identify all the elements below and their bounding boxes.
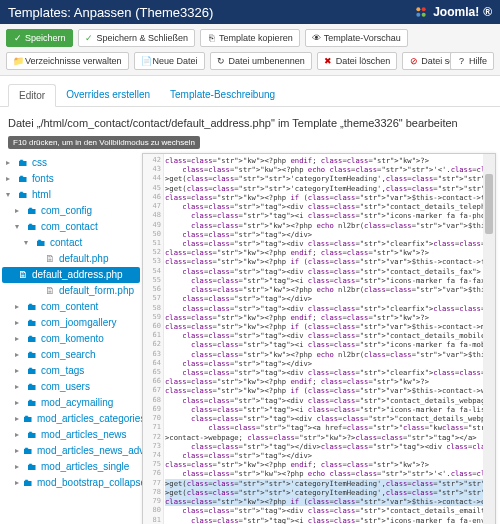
code-line[interactable]: class=class="str">"tag"><i class=class="… bbox=[165, 516, 495, 524]
code-line[interactable]: class=class="str">"kw"><?php if (class=c… bbox=[165, 322, 495, 331]
page-title: Templates: Anpassen (Theme3326) bbox=[8, 5, 213, 20]
code-line[interactable]: class=class="str">"kw"><?php endif; clas… bbox=[165, 377, 495, 386]
code-content[interactable]: class=class="str">"kw"><?php endif; clas… bbox=[161, 154, 495, 524]
code-line[interactable]: class=class="str">"tag"><div class=class… bbox=[165, 396, 495, 405]
code-line[interactable]: class=class="str">"tag"><div class=class… bbox=[165, 239, 495, 248]
code-line[interactable]: class=class="str">"tag"><div class=class… bbox=[165, 506, 495, 515]
code-line[interactable]: class=class="str">"tag"><i class=class="… bbox=[165, 211, 495, 220]
folder-mod-acymailing[interactable]: ▸ 🖿mod_acymailing bbox=[6, 395, 140, 411]
editing-file-label: Datei „/html/com_contact/contact/default… bbox=[0, 107, 500, 135]
delete-icon: ✖ bbox=[324, 56, 333, 66]
file-contact[interactable]: ▾ 🖿contact bbox=[6, 235, 140, 251]
code-editor[interactable]: 4243444546474849505152535455565758596061… bbox=[142, 153, 496, 524]
folder-com-users[interactable]: ▸ 🖿com_users bbox=[6, 379, 140, 395]
svg-point-3 bbox=[422, 13, 426, 17]
folder-com-config[interactable]: ▸ 🖿com_config bbox=[6, 203, 140, 219]
toolbar: ✓Speichern ✓Speichern & Schließen ⎘Templ… bbox=[0, 24, 500, 76]
check-icon: ✓ bbox=[85, 33, 94, 43]
joomla-brand: Joomla!® bbox=[413, 4, 492, 20]
code-line[interactable]: class=class="str">"tag"><div class=class… bbox=[165, 267, 495, 276]
code-line[interactable]: class=class="str">"tag"></div> bbox=[165, 294, 495, 303]
code-line[interactable]: class=class="str">"tag"><i class=class="… bbox=[165, 340, 495, 349]
file-icon: 📄 bbox=[141, 56, 150, 66]
svg-point-2 bbox=[416, 13, 420, 17]
folder-css[interactable]: ▸ 🖿css bbox=[6, 155, 140, 171]
save-close-button[interactable]: ✓Speichern & Schließen bbox=[78, 29, 196, 47]
code-line[interactable]: class=class="str">"kw"><?php endif; clas… bbox=[165, 156, 495, 165]
code-line[interactable]: class=class="str">"tag"><div class=class… bbox=[165, 304, 495, 313]
file-tree: ▸ 🖿css▸ 🖿fonts▾ 🖿html▸ 🖿com_config▾ 🖿com… bbox=[0, 153, 140, 493]
code-line[interactable]: class=class="str">"tag"><div class=class… bbox=[165, 368, 495, 377]
code-line[interactable]: >get(class=class="str">"str">'categoryIt… bbox=[165, 488, 495, 497]
code-line[interactable]: class=class="str">"tag"></div> bbox=[165, 451, 495, 460]
code-line[interactable]: >get(class=class="str">"str">'categoryIt… bbox=[165, 479, 495, 488]
check-icon: ✓ bbox=[13, 33, 22, 43]
folder-fonts[interactable]: ▸ 🖿fonts bbox=[6, 171, 140, 187]
joomla-icon bbox=[413, 4, 429, 20]
tab-editor[interactable]: Editor bbox=[8, 84, 56, 107]
file-html[interactable]: ▾ 🖿html bbox=[6, 187, 140, 203]
folder-mod-articles-news-adv[interactable]: ▸ 🖿mod_articles_news_adv bbox=[6, 443, 140, 459]
refresh-icon: ↻ bbox=[217, 56, 226, 66]
eye-icon: 👁 bbox=[312, 33, 321, 43]
main-area: ▸ 🖿css▸ 🖿fonts▾ 🖿html▸ 🖿com_config▾ 🖿com… bbox=[0, 153, 500, 524]
admin-header: Templates: Anpassen (Theme3326) Joomla!® bbox=[0, 0, 500, 24]
folder-mod-articles-single[interactable]: ▸ 🖿mod_articles_single bbox=[6, 459, 140, 475]
tabs: Editor Overrides erstellen Template-Besc… bbox=[0, 76, 500, 107]
code-line[interactable]: class=class="str">"tag"><i class=class="… bbox=[165, 405, 495, 414]
help-button[interactable]: ?Hilfe bbox=[450, 52, 494, 70]
save-button[interactable]: ✓Speichern bbox=[6, 29, 73, 47]
code-line[interactable]: class=class="str">"tag"></div>class=clas… bbox=[165, 442, 495, 451]
code-line[interactable]: >get(class=class="str">"str">'categoryIt… bbox=[165, 184, 495, 193]
code-line[interactable]: class=class="str">"kw"><?php endif; clas… bbox=[165, 313, 495, 322]
code-line[interactable]: >contact->webpage; class=class="str">"kw… bbox=[165, 433, 495, 442]
rename-file-button[interactable]: ↻Datei umbenennen bbox=[210, 52, 312, 70]
scrollbar[interactable] bbox=[483, 154, 495, 524]
code-line[interactable]: class=class="str">"kw"><?php if (class=c… bbox=[165, 497, 495, 506]
file-default-form-php[interactable]: 🗎default_form.php bbox=[6, 283, 140, 299]
code-line[interactable]: class=class="str">"kw"><?php if (class=c… bbox=[165, 257, 495, 266]
manage-folders-button[interactable]: 📁Verzeichnisse verwalten bbox=[6, 52, 129, 70]
folder-mod-articles-news[interactable]: ▸ 🖿mod_articles_news bbox=[6, 427, 140, 443]
code-line[interactable]: class=class="str">"kw"><?php echo class=… bbox=[165, 165, 495, 174]
file-default-php[interactable]: 🗎default.php bbox=[6, 251, 140, 267]
file-default-address-php[interactable]: 🗎default_address.php bbox=[2, 267, 140, 283]
code-line[interactable]: >get(class=class="str">"str">'categoryIt… bbox=[165, 174, 495, 183]
folder-com-komento[interactable]: ▸ 🖿com_komento bbox=[6, 331, 140, 347]
code-line[interactable]: class=class="str">"tag"><div class=class… bbox=[165, 414, 495, 423]
new-file-button[interactable]: 📄Neue Datei bbox=[134, 52, 205, 70]
folder-com-content[interactable]: ▸ 🖿com_content bbox=[6, 299, 140, 315]
tab-overrides[interactable]: Overrides erstellen bbox=[56, 84, 160, 106]
code-line[interactable]: class=class="str">"kw"><?php echo nl2br(… bbox=[165, 350, 495, 359]
folder-com-joomgallery[interactable]: ▸ 🖿com_joomgallery bbox=[6, 315, 140, 331]
code-line[interactable]: class=class="str">"kw"><?php echo class=… bbox=[165, 469, 495, 478]
folder-com-search[interactable]: ▸ 🖿com_search bbox=[6, 347, 140, 363]
code-line[interactable]: class=class="str">"kw"><?php if (class=c… bbox=[165, 193, 495, 202]
copy-template-button[interactable]: ⎘Template kopieren bbox=[200, 29, 300, 47]
code-line[interactable]: class=class="str">"tag"><a href=class="s… bbox=[165, 423, 495, 432]
folder-icon: 📁 bbox=[13, 56, 22, 66]
preview-button[interactable]: 👁Template-Vorschau bbox=[305, 29, 408, 47]
code-line[interactable]: class=class="str">"tag"><div class=class… bbox=[165, 202, 495, 211]
copy-icon: ⎘ bbox=[207, 33, 216, 43]
code-line[interactable]: class=class="str">"tag"></div> bbox=[165, 230, 495, 239]
folder-mod-articles-categories[interactable]: ▸ 🖿mod_articles_categories bbox=[6, 411, 140, 427]
code-line[interactable]: class=class="str">"tag"></div> bbox=[165, 359, 495, 368]
folder-mod-bootstrap-collapse[interactable]: ▸ 🖿mod_bootstrap_collapse bbox=[6, 475, 140, 491]
code-line[interactable]: class=class="str">"tag"><div class=class… bbox=[165, 331, 495, 340]
folder-com-tags[interactable]: ▸ 🖿com_tags bbox=[6, 363, 140, 379]
file-com-contact[interactable]: ▾ 🖿com_contact bbox=[6, 219, 140, 235]
delete-file-button[interactable]: ✖Datei löschen bbox=[317, 52, 398, 70]
tab-description[interactable]: Template-Beschreibung bbox=[160, 84, 285, 106]
code-line[interactable]: class=class="str">"kw"><?php echo nl2br(… bbox=[165, 285, 495, 294]
cancel-icon: ⊘ bbox=[409, 56, 418, 66]
code-line[interactable]: class=class="str">"kw"><?php echo nl2br(… bbox=[165, 221, 495, 230]
scrollbar-thumb[interactable] bbox=[485, 174, 493, 234]
fullscreen-hint: F10 drücken, um in den Vollbildmodus zu … bbox=[8, 136, 200, 149]
help-icon: ? bbox=[457, 56, 466, 66]
code-line[interactable]: class=class="str">"kw"><?php endif; clas… bbox=[165, 460, 495, 469]
code-line[interactable]: class=class="str">"kw"><?php endif; clas… bbox=[165, 248, 495, 257]
code-line[interactable]: class=class="str">"tag"><i class=class="… bbox=[165, 276, 495, 285]
svg-point-1 bbox=[422, 7, 426, 11]
code-line[interactable]: class=class="str">"kw"><?php if (class=c… bbox=[165, 386, 495, 395]
